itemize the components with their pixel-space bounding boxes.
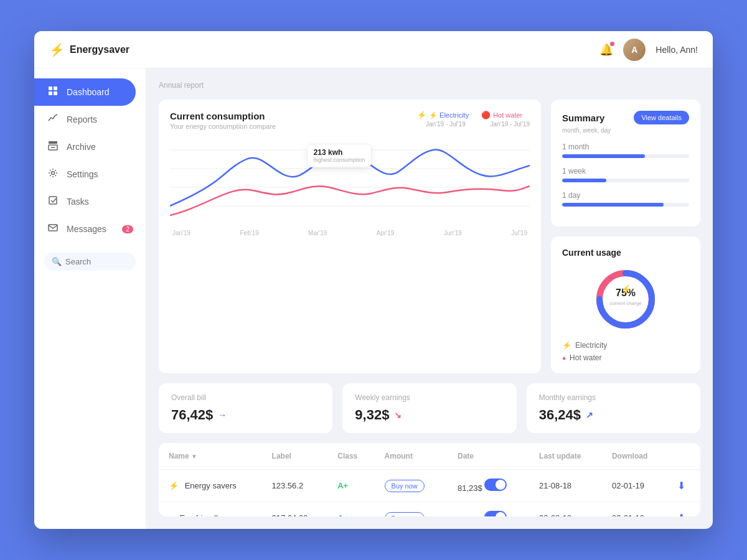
legend-hotwater: 🔴 Hot water Jan'19 - Jul'19 (481, 111, 530, 128)
donut-wrapper: 75% current charge ⚡ (591, 265, 660, 334)
action-buy-button[interactable]: Buy now (385, 512, 425, 517)
dashboard-icon (47, 86, 59, 98)
stat-label-monthly: Monthly earnings (539, 393, 688, 402)
logo-icon: ⚡ (49, 42, 65, 57)
chart-title: Current consumption (170, 111, 276, 121)
donut-svg: 75% current charge ⚡ (591, 265, 660, 334)
chart-area: 213 kwh highest consumption (170, 138, 530, 237)
stats-row: Overall bill 76,42$ → Weekly earnings 9,… (159, 383, 700, 433)
cell-download: ⬇ (667, 502, 700, 517)
notification-dot (610, 42, 614, 46)
x-label-0: Jan'19 (172, 230, 190, 236)
cell-download: ⬇ (667, 470, 700, 502)
svg-text:current charge: current charge (609, 301, 642, 306)
sidebar-item-dashboard[interactable]: Dashboard (34, 78, 136, 106)
search-input[interactable] (65, 257, 128, 266)
x-label-5: Jul'19 (511, 230, 527, 236)
summary-row-month: 1 month (562, 142, 689, 158)
right-panel: Summary View deatails month, week, day 1… (551, 100, 700, 373)
cell-class: A+ (327, 470, 374, 502)
summary-row-week: 1 week (562, 167, 689, 182)
summary-label-month: 1 month (562, 142, 689, 151)
sidebar-label-dashboard: Dashboard (67, 87, 110, 97)
svg-rect-3 (54, 91, 57, 95)
stat-label-weekly: Weekly earnings (355, 393, 504, 402)
row-name: Eco friendly (179, 513, 222, 516)
toggle-switch[interactable] (484, 511, 507, 516)
stat-arrow-weekly: ↘ (394, 410, 402, 420)
tasks-icon (47, 195, 59, 208)
cell-date: 20-08-18 (529, 502, 602, 517)
electricity-date: Jan'19 - Jul'19 (426, 121, 466, 128)
col-date: Date (448, 443, 529, 470)
messages-icon (47, 223, 59, 235)
progress-bar-month-bg (562, 154, 689, 158)
stat-value-overall: 76,42$ → (171, 407, 320, 423)
cell-name: ● Eco friendly (159, 502, 262, 517)
search-container[interactable]: 🔍 (44, 253, 136, 271)
cell-lastupdate: 02-01-19 (602, 470, 667, 502)
sidebar-item-archive[interactable]: Archive (34, 133, 146, 161)
summary-title-area: Summary (562, 113, 604, 123)
sidebar-label-tasks: Tasks (67, 197, 89, 207)
data-table: Name ▼ Label Class Amount Date Last upda… (159, 443, 700, 516)
stat-card-monthly: Monthly earnings 36,24$ ↗ (527, 383, 700, 433)
col-name: Name ▼ (159, 443, 262, 470)
sidebar-item-settings[interactable]: Settings (34, 161, 146, 188)
sidebar-item-reports[interactable]: Reports (34, 106, 146, 133)
cell-action: Buy now (375, 470, 448, 502)
stat-card-weekly: Weekly earnings 9,32$ ↘ (342, 383, 516, 433)
cell-date: 21-08-18 (529, 470, 602, 502)
download-icon[interactable]: ⬇ (677, 513, 685, 516)
stat-arrow-monthly: ↗ (586, 410, 593, 420)
cell-label: 317.64.00 (262, 502, 328, 517)
view-details-button[interactable]: View deatails (634, 111, 689, 124)
usage-title: Current usage (562, 248, 689, 258)
stat-value-monthly: 36,24$ ↗ (539, 407, 688, 423)
summary-label-week: 1 week (562, 167, 689, 175)
table-card: Name ▼ Label Class Amount Date Last upda… (159, 443, 700, 516)
chart-card: Current consumption Your energy consumpt… (159, 100, 541, 373)
sort-icon-name[interactable]: ▼ (191, 453, 197, 460)
action-buy-button[interactable]: Buy now (385, 480, 425, 492)
hotwater-date: Jan'19 - Jul'19 (490, 121, 530, 128)
progress-bar-day-fill (562, 203, 664, 207)
cell-action: Buy now (375, 502, 448, 517)
usage-legend: ⚡ Electricity ● Hot water (562, 341, 689, 362)
row-icon: ● (169, 513, 174, 516)
electricity-label: ⚡ Electricity (429, 111, 469, 119)
progress-bar-week-fill (562, 179, 606, 182)
table-header-row: Name ▼ Label Class Amount Date Last upda… (159, 443, 700, 470)
greeting-text: Hello, Ann! (655, 45, 698, 55)
header-right: 🔔 A Hello, Ann! (599, 39, 698, 61)
x-label-2: Mar'19 (308, 230, 327, 236)
usage-card: Current usage 75% current charge ⚡ (551, 236, 700, 373)
download-icon[interactable]: ⬇ (677, 480, 685, 491)
search-icon: 🔍 (52, 257, 62, 266)
row-icon: ⚡ (169, 481, 179, 490)
avatar-image: A (623, 39, 646, 61)
sidebar-label-reports: Reports (67, 114, 97, 124)
cell-lastupdate: 02-01-19 (602, 502, 667, 517)
hotwater-label: Hot water (493, 111, 522, 119)
hotwater-legend-label: Hot water (570, 353, 601, 362)
cell-label: 123.56.2 (262, 470, 328, 502)
svg-text:⚡: ⚡ (621, 284, 632, 295)
progress-bar-month-fill (562, 154, 645, 158)
sidebar-item-messages[interactable]: Messages 2 (34, 215, 146, 243)
toggle-switch[interactable] (484, 478, 507, 491)
chart-legend: ⚡ ⚡ Electricity Jan'19 - Jul'19 🔴 Hot wa… (417, 111, 530, 128)
chart-subtitle: Your energy consumption compare (170, 123, 276, 130)
notification-bell[interactable]: 🔔 (599, 43, 613, 57)
settings-icon (47, 168, 59, 180)
sidebar-label-messages: Messages (67, 224, 106, 234)
sidebar-item-tasks[interactable]: Tasks (34, 188, 146, 215)
avatar[interactable]: A (623, 39, 646, 61)
summary-row-day: 1 day (562, 191, 689, 207)
sidebar: Dashboard Reports Archive Settings (34, 68, 146, 529)
electricity-legend-label: Electricity (575, 341, 607, 350)
row-name: Energy savers (185, 481, 237, 490)
svg-rect-0 (49, 86, 52, 90)
x-label-3: Apr'19 (377, 230, 395, 236)
summary-card: Summary View deatails month, week, day 1… (551, 100, 700, 226)
